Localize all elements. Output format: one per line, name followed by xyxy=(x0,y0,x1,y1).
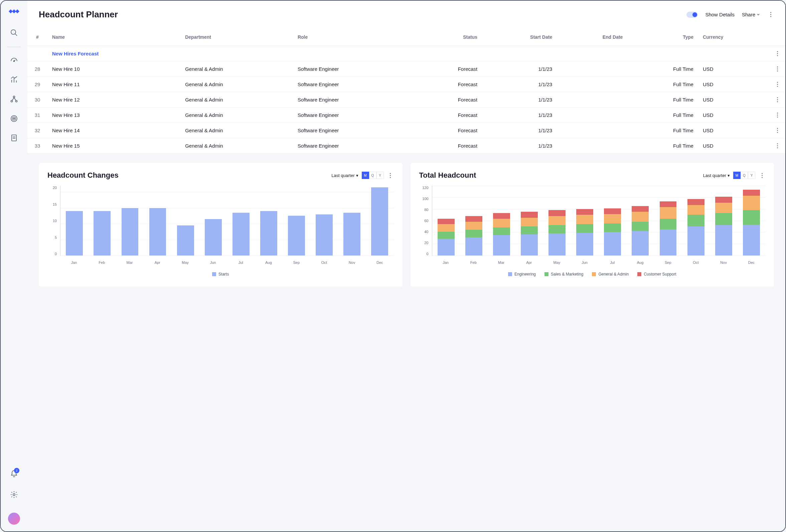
chart-title: Headcount Changes xyxy=(47,171,119,180)
document-icon[interactable] xyxy=(7,131,21,145)
y-tick: 5 xyxy=(47,235,59,239)
bar[interactable] xyxy=(685,186,707,255)
row-menu-button[interactable] xyxy=(774,143,781,148)
x-tick: Jul xyxy=(599,258,626,266)
cell-type: Full Time xyxy=(627,77,698,92)
chart-menu-button[interactable] xyxy=(387,173,394,178)
granularity-switch: M Q Y xyxy=(733,172,755,179)
bar[interactable] xyxy=(147,186,168,255)
cell-name: New Hire 10 xyxy=(47,62,180,77)
legend-item: Sales & Marketing xyxy=(545,272,583,277)
bar[interactable] xyxy=(491,186,512,255)
bar[interactable] xyxy=(341,186,363,255)
cell-name: New Hire 12 xyxy=(47,92,180,108)
avatar[interactable] xyxy=(8,513,20,525)
y-tick: 100 xyxy=(419,197,431,201)
x-tick: Oct xyxy=(682,258,710,266)
cell-end-date xyxy=(557,77,627,92)
bar[interactable] xyxy=(230,186,252,255)
bar-segment xyxy=(493,227,510,235)
bar[interactable] xyxy=(258,186,280,255)
bar[interactable] xyxy=(369,186,391,255)
cell-department: General & Admin xyxy=(180,62,293,77)
y-tick: 120 xyxy=(419,186,431,190)
cell-num: 28 xyxy=(27,62,47,77)
network-icon[interactable] xyxy=(7,92,21,107)
row-menu-button[interactable] xyxy=(774,51,781,56)
bar[interactable] xyxy=(463,186,485,255)
bar-segment xyxy=(465,237,482,255)
main-content: Headcount Planner Show Details Share # N… xyxy=(27,1,785,531)
more-menu-button[interactable] xyxy=(767,12,774,17)
search-icon[interactable] xyxy=(7,25,21,40)
bar[interactable] xyxy=(574,186,596,255)
chart-menu-button[interactable] xyxy=(759,173,765,178)
table-row[interactable]: 32 New Hire 14 General & Admin Software … xyxy=(27,123,785,138)
x-tick: Sep xyxy=(283,258,310,266)
gear-icon[interactable] xyxy=(7,487,21,502)
show-details-toggle[interactable] xyxy=(687,12,698,18)
bar[interactable] xyxy=(435,186,457,255)
cell-start-date: 1/1/23 xyxy=(482,123,557,138)
section-row[interactable]: New Hires Forecast xyxy=(27,46,785,62)
table-row[interactable]: 30 New Hire 12 General & Admin Software … xyxy=(27,92,785,108)
bar[interactable] xyxy=(547,186,568,255)
share-button[interactable]: Share xyxy=(742,12,760,17)
chart-icon[interactable] xyxy=(7,72,21,87)
table-row[interactable]: 33 New Hire 15 General & Admin Software … xyxy=(27,138,785,154)
period-dropdown[interactable]: Last quarter ▾ xyxy=(331,173,358,178)
bar-segment xyxy=(632,206,649,212)
granularity-q[interactable]: Q xyxy=(369,172,376,179)
table-row[interactable]: 31 New Hire 13 General & Admin Software … xyxy=(27,108,785,123)
cell-end-date xyxy=(557,138,627,154)
x-tick: Jan xyxy=(60,258,88,266)
chart-title: Total Headcount xyxy=(419,171,476,180)
granularity-m[interactable]: M xyxy=(362,172,369,179)
granularity-q[interactable]: Q xyxy=(741,172,748,179)
cell-type: Full Time xyxy=(627,108,698,123)
bar[interactable] xyxy=(630,186,651,255)
row-menu-button[interactable] xyxy=(774,113,781,118)
bar[interactable] xyxy=(657,186,679,255)
table-row[interactable]: 29 New Hire 11 General & Admin Software … xyxy=(27,77,785,92)
bar-segment xyxy=(632,222,649,231)
gauge-icon[interactable] xyxy=(7,53,21,68)
row-menu-button[interactable] xyxy=(774,97,781,102)
granularity-m[interactable]: M xyxy=(733,172,741,179)
target-icon[interactable] xyxy=(7,111,21,126)
cell-department: General & Admin xyxy=(180,108,293,123)
row-menu-button[interactable] xyxy=(774,67,781,71)
table-row[interactable]: 28 New Hire 10 General & Admin Software … xyxy=(27,62,785,77)
row-menu-button[interactable] xyxy=(774,82,781,87)
notifications-icon[interactable]: 2 xyxy=(7,466,21,481)
legend-swatch xyxy=(592,272,596,276)
cell-status: Forecast xyxy=(413,62,482,77)
bar[interactable] xyxy=(92,186,113,255)
bar[interactable] xyxy=(741,186,762,255)
cell-start-date: 1/1/23 xyxy=(482,62,557,77)
bar[interactable] xyxy=(713,186,734,255)
bar-segment xyxy=(576,215,593,224)
bar-segment xyxy=(632,231,649,255)
col-currency: Currency xyxy=(698,28,769,46)
granularity-y[interactable]: Y xyxy=(748,172,755,179)
bar[interactable] xyxy=(64,186,85,255)
bar-segment xyxy=(743,225,760,255)
bar[interactable] xyxy=(286,186,307,255)
bar[interactable] xyxy=(314,186,335,255)
period-dropdown[interactable]: Last quarter ▾ xyxy=(703,173,730,178)
row-menu-button[interactable] xyxy=(774,128,781,133)
notification-badge: 2 xyxy=(14,468,19,473)
granularity-switch: M Q Y xyxy=(362,172,384,179)
bar[interactable] xyxy=(203,186,224,255)
bar[interactable] xyxy=(119,186,141,255)
bar[interactable] xyxy=(519,186,540,255)
cell-role: Software Engineer xyxy=(293,138,414,154)
bar-segment xyxy=(576,233,593,255)
cell-status: Forecast xyxy=(413,108,482,123)
bar[interactable] xyxy=(175,186,196,255)
bar-segment xyxy=(660,201,677,207)
show-details-label[interactable]: Show Details xyxy=(705,12,735,17)
granularity-y[interactable]: Y xyxy=(376,172,384,179)
bar[interactable] xyxy=(602,186,623,255)
